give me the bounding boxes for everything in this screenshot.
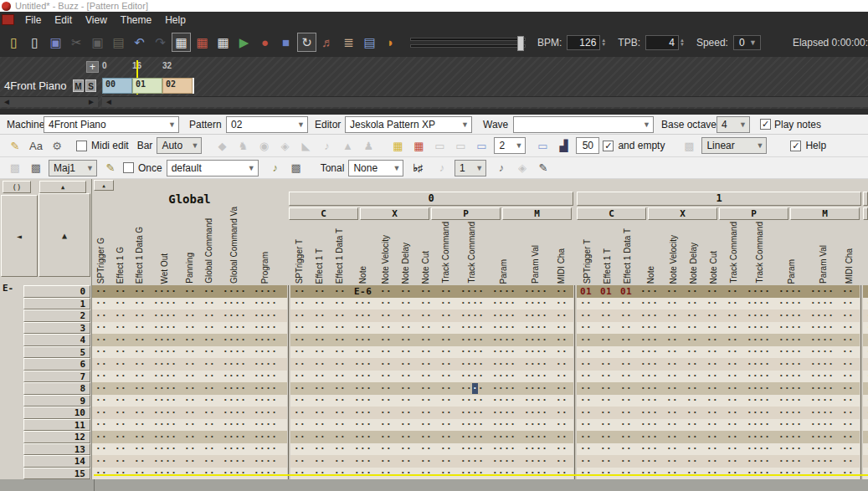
pattern-cell[interactable]: ·· bbox=[115, 443, 126, 454]
pattern-cell[interactable]: ·· bbox=[440, 456, 452, 467]
pattern-cell[interactable]: ·· bbox=[620, 322, 632, 333]
pattern-cell[interactable]: ·· bbox=[580, 371, 592, 381]
pattern-cell[interactable]: ·· bbox=[95, 298, 107, 309]
pattern-cell[interactable]: ···· bbox=[254, 371, 277, 381]
row-number[interactable]: 4 bbox=[23, 334, 90, 346]
bar-combo[interactable]: Auto▼ bbox=[157, 137, 202, 154]
pattern-cell[interactable]: ···· bbox=[492, 322, 516, 333]
pattern-cell[interactable]: ·· bbox=[420, 359, 432, 370]
pattern-cell[interactable]: ·· bbox=[203, 371, 215, 381]
pattern-cell[interactable]: ·· bbox=[134, 371, 146, 381]
pattern-cell[interactable]: ·· bbox=[706, 359, 718, 370]
pattern-cell[interactable]: ·· bbox=[314, 322, 326, 333]
pattern-cell[interactable]: ·· bbox=[380, 298, 392, 309]
pattern-cell[interactable]: ··· bbox=[354, 432, 372, 442]
expand-pattern-icon[interactable]: ▭ bbox=[452, 137, 469, 154]
pattern-cell[interactable]: ·· bbox=[727, 419, 738, 430]
pattern-cell[interactable]: ·· bbox=[580, 468, 592, 478]
pattern-cell[interactable]: ···· bbox=[492, 456, 516, 467]
pattern-cell[interactable]: ·· bbox=[666, 371, 678, 381]
pattern-cell[interactable]: ·· bbox=[95, 443, 107, 454]
pattern-cell[interactable]: ···· bbox=[492, 419, 516, 430]
pattern-cell[interactable]: ···· bbox=[460, 395, 484, 406]
pattern-cell[interactable]: ·· bbox=[600, 443, 612, 454]
pattern-cell[interactable]: ·· bbox=[95, 468, 107, 478]
scroll-left-icon[interactable]: ◄ bbox=[3, 97, 11, 107]
pattern-cell[interactable]: ·· bbox=[556, 419, 568, 430]
pattern-editor-window-icon[interactable] bbox=[2, 14, 14, 25]
pattern-cell[interactable]: ···· bbox=[223, 407, 246, 418]
undo-icon[interactable]: ↶ bbox=[130, 33, 149, 52]
pattern-cell[interactable]: ···· bbox=[778, 456, 802, 467]
pattern-cell[interactable]: ···· bbox=[778, 395, 802, 406]
pattern-cell[interactable]: ·· bbox=[184, 310, 196, 321]
pattern-cell[interactable]: ·· bbox=[334, 310, 346, 321]
loop-icon[interactable]: ↻ bbox=[297, 33, 316, 52]
pattern-cell[interactable]: ···· bbox=[223, 395, 246, 406]
pattern-cell[interactable]: ·· bbox=[706, 468, 718, 478]
pattern-cell[interactable]: ·· bbox=[203, 322, 215, 333]
pattern-cell[interactable]: ···· bbox=[810, 310, 834, 321]
pattern-cell[interactable]: ·· bbox=[294, 395, 306, 406]
speaker-icon[interactable]: ◗ bbox=[381, 33, 400, 52]
pattern-cell[interactable]: ···· bbox=[810, 359, 834, 370]
pattern-cell[interactable]: ···· bbox=[223, 383, 246, 394]
pattern-cell[interactable]: ·· bbox=[686, 322, 698, 333]
add-pattern-button[interactable]: + bbox=[86, 61, 99, 73]
pattern-cell[interactable]: ·· bbox=[556, 432, 568, 442]
pattern-cell[interactable]: ·· bbox=[580, 322, 592, 333]
pattern-cell[interactable]: ·· bbox=[203, 443, 215, 454]
pattern-cell[interactable]: ···· bbox=[153, 443, 177, 454]
pattern-cell[interactable]: ·· bbox=[400, 383, 412, 394]
pattern-cell[interactable]: ·· bbox=[134, 432, 146, 442]
pattern-cell[interactable]: ·· bbox=[380, 432, 392, 442]
pattern-cell[interactable]: ·· bbox=[666, 298, 678, 309]
sequence-pattern-block[interactable]: 01 bbox=[132, 78, 162, 94]
pattern-cell[interactable]: ·· bbox=[134, 456, 146, 467]
pattern-cell[interactable]: ·· bbox=[95, 456, 107, 467]
pattern-cell[interactable]: ·· bbox=[380, 322, 392, 333]
pattern-cell[interactable]: ·· bbox=[400, 407, 412, 418]
edit-cursor[interactable]: · bbox=[472, 383, 478, 394]
pattern-cell[interactable]: ···· bbox=[810, 322, 834, 333]
pattern-cell[interactable]: ·· bbox=[380, 383, 392, 394]
pattern-cell[interactable]: ·· bbox=[556, 335, 568, 345]
pattern-cell[interactable]: ···· bbox=[223, 346, 246, 357]
pattern-cell[interactable]: ·· bbox=[420, 298, 432, 309]
pattern-cell[interactable]: ···· bbox=[460, 359, 484, 370]
pattern-cell[interactable]: ·· bbox=[706, 346, 718, 357]
pattern-cell[interactable]: ·· bbox=[842, 310, 854, 321]
pattern-cell[interactable]: ···· bbox=[153, 346, 177, 357]
pattern-cell[interactable]: ·· bbox=[294, 298, 306, 309]
cpu-monitor-icon[interactable]: ≣ bbox=[339, 33, 358, 52]
anchor-icon[interactable]: ♟ bbox=[360, 137, 377, 154]
pattern-cell[interactable]: ·· bbox=[115, 346, 126, 357]
solo-button[interactable]: S bbox=[85, 79, 96, 92]
once-checkbox[interactable] bbox=[123, 162, 134, 173]
pattern-cell[interactable]: ·· bbox=[314, 443, 326, 454]
editor-combo[interactable]: Jeskola Pattern XP▼ bbox=[345, 116, 472, 133]
pattern-cell[interactable]: ·· bbox=[706, 322, 718, 333]
pattern-cell[interactable]: ···· bbox=[524, 407, 547, 418]
pattern-cell[interactable]: ···· bbox=[153, 310, 177, 321]
pattern-cell[interactable]: ···· bbox=[223, 322, 246, 333]
pattern-cell[interactable]: 01 bbox=[580, 286, 592, 297]
pattern-cell[interactable]: ·· bbox=[556, 456, 568, 467]
pattern-cell[interactable]: ·· bbox=[184, 456, 196, 467]
grid-dots-icon[interactable]: ▩ bbox=[7, 160, 23, 176]
pattern-cell[interactable]: ·· bbox=[380, 310, 392, 321]
pattern-cell[interactable]: ·· bbox=[115, 359, 126, 370]
pattern-cell[interactable]: ···· bbox=[223, 286, 246, 297]
pattern-cell[interactable]: ···· bbox=[254, 432, 277, 442]
paste-icon[interactable]: ▤ bbox=[109, 33, 128, 52]
pattern-cell[interactable]: ·· bbox=[686, 298, 698, 309]
sequence-editor-icon[interactable]: ▦ bbox=[213, 33, 233, 52]
pattern-cell[interactable]: ·· bbox=[842, 371, 854, 381]
pattern-cell[interactable]: ·· bbox=[184, 359, 196, 370]
pattern-cell[interactable]: ··· bbox=[640, 371, 658, 381]
pattern-cell[interactable]: ·· bbox=[184, 371, 196, 381]
pattern-cell[interactable]: ·· bbox=[727, 322, 738, 333]
pattern-cell[interactable]: ·· bbox=[294, 322, 306, 333]
pattern-cell[interactable]: ·· bbox=[686, 383, 698, 394]
scroll-up-small-button[interactable]: ▲ bbox=[39, 181, 86, 193]
